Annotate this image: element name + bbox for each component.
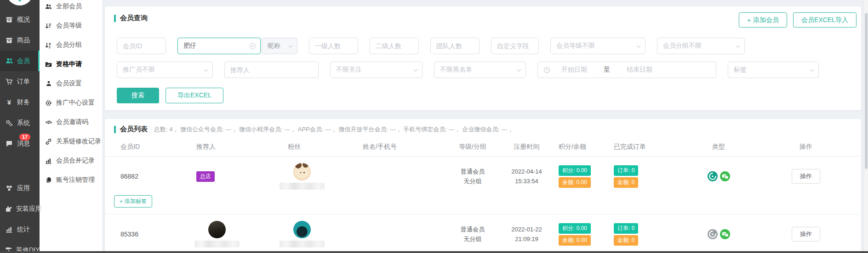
row-action-button[interactable]: 操作 bbox=[792, 169, 820, 184]
table-row: 86882 总店 普通会员 无分组 2022-04-14 1 bbox=[105, 157, 861, 193]
col-type: 类型 bbox=[668, 143, 769, 151]
sidebar-item-label: 统计 bbox=[17, 225, 30, 234]
sidebar-item-label: 应用 bbox=[17, 184, 30, 192]
submenu-item-label: 会员分组 bbox=[56, 41, 82, 49]
member-id-input[interactable] bbox=[117, 38, 166, 54]
sidebar-item-overview[interactable]: 概况 bbox=[0, 9, 40, 30]
submenu-item-account-cancellation[interactable]: 账号注销管理 bbox=[40, 170, 102, 190]
sort-az-icon: AZ bbox=[45, 42, 52, 49]
member-query-panel: 会员查询 + 添加会员 会员EXCEL导入 bbox=[105, 6, 861, 110]
clear-input-icon[interactable] bbox=[249, 43, 256, 50]
keyword-input[interactable] bbox=[183, 42, 249, 50]
apps-cluster-icon bbox=[5, 185, 13, 192]
submenu-item-label: 账号注销管理 bbox=[56, 176, 95, 184]
submenu-item-member-levels[interactable]: 会员等级 bbox=[40, 16, 102, 35]
referrer-cell: 总店 bbox=[188, 171, 270, 182]
col-fan: 粉丝 bbox=[270, 143, 351, 151]
chevron-down-icon bbox=[736, 43, 740, 48]
submenu-item-all-members[interactable]: 全部会员 bbox=[40, 0, 102, 16]
fan-avatar[interactable] bbox=[293, 163, 311, 180]
code-icon: </> bbox=[45, 119, 52, 125]
submenu-item-qualification-apply[interactable]: 资格申请 bbox=[40, 55, 102, 74]
sidebar-item-label: 概况 bbox=[17, 16, 30, 24]
chevron-down-icon bbox=[413, 67, 418, 72]
title-accent-bar bbox=[114, 126, 116, 133]
submenu-item-label: 会员等级 bbox=[56, 22, 82, 30]
balance-badge: 余额: 0.00 bbox=[559, 235, 591, 246]
sidebar-item-system[interactable]: 系统 bbox=[0, 112, 40, 133]
submenu-item-relation-chain-log[interactable]: 关系链修改记录 bbox=[40, 132, 102, 151]
blurred-nickname bbox=[194, 241, 240, 247]
member-id-cell: 86882 bbox=[105, 173, 188, 180]
referrer-input[interactable] bbox=[224, 62, 319, 78]
level1-count-input[interactable] bbox=[309, 38, 358, 54]
vertical-scrollbar[interactable] bbox=[863, 0, 868, 253]
link-icon bbox=[45, 138, 52, 145]
col-name-phone: 姓名/手机号 bbox=[351, 143, 450, 151]
member-excel-import-button[interactable]: 会员EXCEL导入 bbox=[793, 12, 857, 28]
col-register-time: 注册时间 bbox=[496, 143, 558, 151]
register-time-cell: 2022-04-14 15:33:54 bbox=[496, 167, 558, 186]
sidebar-item-finance[interactable]: ¥ 财务 bbox=[0, 92, 40, 112]
submenu-item-promotion-center-settings[interactable]: 推广中心设置 bbox=[40, 93, 102, 112]
submenu-item-label: 全部会员 bbox=[56, 2, 82, 11]
sidebar-item-products[interactable]: 商品 bbox=[0, 30, 40, 51]
member-stats-summary: 总数: 4， 微信公众号会员: ---， 微信小程序会员: ---， APP会员… bbox=[154, 125, 513, 134]
primary-sidebar: 概况 商品 会员 订单 ¥ 财务 系统 bbox=[0, 0, 40, 253]
row-action-button[interactable]: 操作 bbox=[792, 227, 820, 242]
promoter-select[interactable]: 推广员不限 bbox=[117, 62, 213, 78]
submenu-item-merge-records[interactable]: 会员合并记录 bbox=[40, 151, 102, 170]
members-submenu: 全部会员 会员等级 AZ 会员分组 资格申请 会员设置 推广中心设置 bbox=[40, 0, 102, 253]
sidebar-item-messages[interactable]: 消息 17 bbox=[0, 133, 40, 154]
export-excel-button[interactable]: 导出EXCEL bbox=[166, 88, 223, 103]
submenu-item-member-groups[interactable]: AZ 会员分组 bbox=[40, 35, 102, 55]
search-button[interactable]: 搜索 bbox=[117, 88, 159, 103]
fan-avatar[interactable] bbox=[293, 221, 311, 238]
custom-field-input[interactable] bbox=[491, 38, 539, 54]
end-date-placeholder: 结束日期 bbox=[627, 66, 652, 74]
action-cell: 操作 bbox=[769, 227, 861, 242]
member-level-select[interactable]: 会员等级不限 bbox=[550, 38, 645, 54]
svg-text:A: A bbox=[49, 42, 51, 45]
folder-check-icon bbox=[45, 61, 52, 68]
referrer-store-badge: 总店 bbox=[196, 171, 215, 182]
clock-icon bbox=[543, 67, 550, 73]
keyword-type-select[interactable]: 昵称 bbox=[262, 38, 297, 54]
gears-icon bbox=[5, 119, 13, 127]
sidebar-item-orders[interactable]: 订单 bbox=[0, 71, 40, 92]
gear-icon bbox=[45, 100, 52, 107]
add-tag-button[interactable]: + 添加标签 bbox=[114, 195, 152, 208]
keyword-filter-group: 昵称 bbox=[177, 38, 297, 54]
person-icon bbox=[45, 80, 52, 87]
users-icon bbox=[5, 57, 13, 65]
member-group-select[interactable]: 会员分组不限 bbox=[657, 38, 745, 54]
sidebar-item-install-apps[interactable]: 安装应用 bbox=[0, 198, 40, 219]
sidebar-item-statistics[interactable]: 统计 bbox=[0, 219, 40, 240]
referrer-avatar[interactable] bbox=[208, 221, 226, 238]
submenu-item-member-settings[interactable]: 会员设置 bbox=[40, 74, 102, 93]
referrer-cell bbox=[188, 221, 270, 247]
sidebar-item-apps[interactable]: 应用 bbox=[0, 178, 40, 198]
add-member-button[interactable]: + 添加会员 bbox=[739, 12, 787, 28]
filter-row-1: 昵称 会员等级不限 会员分组不限 bbox=[117, 38, 852, 54]
chart-icon bbox=[45, 157, 52, 164]
query-top-buttons: + 添加会员 会员EXCEL导入 bbox=[739, 12, 857, 28]
follow-status-select[interactable]: 不限关注 bbox=[330, 62, 423, 78]
add-tag-row: + 添加标签 bbox=[105, 193, 861, 214]
cart-icon bbox=[5, 78, 13, 85]
submenu-item-label: 推广中心设置 bbox=[56, 99, 95, 107]
submenu-item-invite-code[interactable]: </> 会员邀请码 bbox=[40, 112, 102, 132]
team-count-input[interactable] bbox=[430, 38, 480, 54]
register-date-range-picker[interactable]: 开始日期 至 结束日期 bbox=[537, 62, 716, 78]
blacklist-select[interactable]: 不限黑名单 bbox=[434, 62, 526, 78]
col-action: 操作 bbox=[769, 143, 861, 151]
tag-select[interactable]: 标签 bbox=[728, 62, 819, 78]
sidebar-item-members[interactable]: 会员 bbox=[0, 51, 40, 71]
sidebar-item-label: 商品 bbox=[17, 36, 30, 45]
scrollbar-thumb[interactable] bbox=[865, 13, 868, 169]
plus-icon: + bbox=[747, 17, 751, 24]
level2-count-input[interactable] bbox=[370, 38, 419, 54]
sidebar-item-label: 订单 bbox=[17, 78, 30, 86]
nav-spacer bbox=[0, 154, 40, 178]
member-id-cell: 85336 bbox=[105, 231, 188, 238]
